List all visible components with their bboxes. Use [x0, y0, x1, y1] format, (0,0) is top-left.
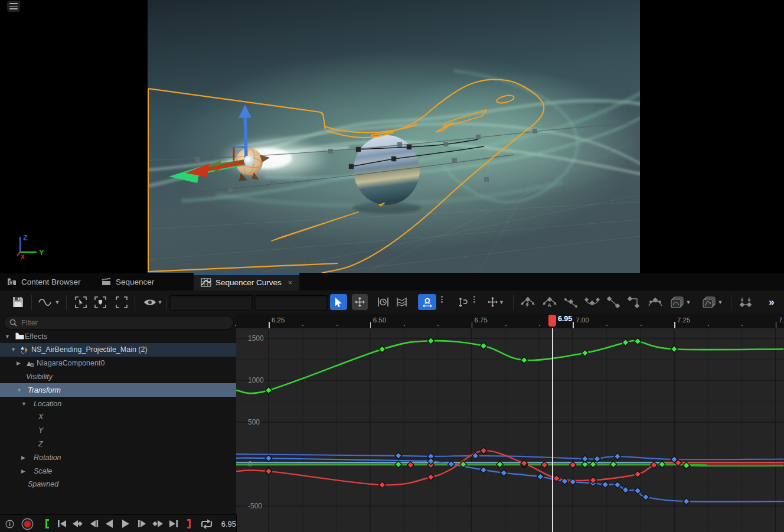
expander-down-icon[interactable]: ▼	[17, 387, 22, 393]
expander-right-icon[interactable]: ▶	[21, 455, 25, 461]
next-key-button[interactable]	[151, 520, 164, 528]
outliner-row-ns-airbending-projectile-main-2[interactable]: ▼NS_AirBending_Projectile_Main (2)	[0, 343, 236, 357]
outliner-row-scale[interactable]: ▶Scale	[0, 464, 236, 478]
value-input[interactable]	[254, 295, 328, 311]
keyframe-location-z[interactable]	[614, 481, 620, 488]
outliner-row-visibility[interactable]: Visibility	[0, 370, 236, 383]
record-button[interactable]	[21, 518, 34, 530]
post-infinity-dropdown[interactable]: ▼	[700, 294, 726, 310]
jump-to-end-button[interactable]	[167, 520, 179, 528]
transform-mode-dropdown[interactable]: ▼	[484, 294, 508, 310]
keyframe-location-y[interactable]	[265, 387, 272, 393]
select-all-keys-button[interactable]	[73, 294, 89, 310]
outliner-filter-input[interactable]: Filter	[4, 316, 234, 329]
playhead-marker[interactable]	[548, 315, 556, 327]
tangent-user-button[interactable]	[583, 294, 602, 310]
expander-down-icon[interactable]: ▼	[11, 347, 16, 353]
frame-selection-button[interactable]	[93, 294, 108, 310]
info-button[interactable]	[4, 520, 15, 528]
transform-tool-button[interactable]	[352, 294, 368, 310]
keyframe-location-z[interactable]	[570, 478, 576, 485]
jump-to-start-button[interactable]	[55, 520, 67, 528]
keyframe-location-y[interactable]	[671, 346, 677, 353]
keyframe-location-y[interactable]	[521, 357, 527, 363]
loop-mode-button[interactable]	[199, 519, 213, 529]
step-forward-button[interactable]	[136, 520, 148, 528]
outliner-row-effects[interactable]: ▼Effects	[0, 329, 236, 343]
snap-time-options-dots[interactable]	[441, 296, 443, 303]
expander-down-icon[interactable]: ▼	[21, 401, 27, 407]
keyframe-location-z[interactable]	[480, 466, 486, 473]
outliner-row-transform[interactable]: ▼Transform	[0, 383, 236, 397]
keyframe-location-x[interactable]	[379, 482, 386, 488]
play-forward-button[interactable]	[120, 519, 132, 528]
keyframe-location-x[interactable]	[480, 448, 486, 454]
curve-view-options-button[interactable]: ▼	[37, 294, 61, 310]
snap-value-toggle[interactable]	[453, 294, 471, 310]
keyframe-location-x[interactable]	[427, 474, 434, 480]
keyframe-location-z[interactable]	[602, 481, 609, 488]
set-playback-start-button[interactable]	[44, 518, 51, 529]
outliner-row-niagaracomponent0[interactable]: ▶NiagaraComponent0	[0, 357, 236, 370]
toolbar-overflow-button[interactable]: »	[763, 294, 780, 310]
outliner-row-y[interactable]: Y	[0, 424, 236, 438]
keyframe-location-z[interactable]	[683, 498, 690, 505]
keyframe-rotation-z[interactable]	[395, 452, 401, 459]
time-ruler[interactable]: 6.256.506.757.007.257.5	[236, 314, 784, 329]
save-button[interactable]	[9, 294, 26, 310]
outliner-row-rotation[interactable]: ▶Rotation	[0, 451, 236, 464]
keyframe-location-z[interactable]	[265, 455, 272, 461]
snap-time-toggle[interactable]: Ω	[418, 294, 436, 310]
curve-location-y[interactable]	[236, 341, 784, 393]
keyframe-location-z[interactable]	[642, 494, 649, 500]
tangent-linear-button[interactable]	[605, 294, 622, 310]
tangent-broken-button[interactable]	[562, 294, 580, 310]
3d-viewport[interactable]: Z Y X	[0, 0, 784, 273]
keyframe-location-x[interactable]	[635, 471, 641, 477]
keyframe-rotation-z[interactable]	[594, 455, 600, 462]
keyframe-location-z[interactable]	[501, 469, 507, 476]
outliner-row-location[interactable]: ▼Location	[0, 397, 236, 410]
frame-all-button[interactable]	[114, 294, 129, 310]
select-tool-button[interactable]	[330, 294, 347, 310]
keyframe-rotation-z[interactable]	[614, 453, 620, 459]
tab-close-icon[interactable]: ×	[288, 278, 293, 287]
keyframe-location-y[interactable]	[635, 338, 641, 344]
current-time-display[interactable]: 6.95	[221, 520, 236, 528]
tab-content-browser[interactable]: Content Browser	[0, 273, 88, 291]
keyframe-location-y[interactable]	[622, 339, 629, 345]
flatten-keys-button[interactable]	[737, 294, 754, 310]
tangent-weighted-button[interactable]	[646, 294, 665, 310]
tab-sequencer-curves[interactable]: Sequencer Curves ×	[194, 273, 299, 291]
expander-down-icon[interactable]: ▼	[5, 334, 10, 340]
visibility-options-button[interactable]: ▼	[141, 294, 165, 310]
keyframe-location-x[interactable]	[265, 468, 272, 474]
play-reverse-button[interactable]	[103, 519, 115, 528]
expander-right-icon[interactable]: ▶	[17, 360, 21, 366]
set-playback-end-button[interactable]	[185, 518, 193, 529]
curve-graph[interactable]	[236, 328, 784, 532]
tangent-constant-button[interactable]	[625, 294, 643, 310]
step-back-button[interactable]	[88, 520, 100, 528]
expander-right-icon[interactable]: ▶	[21, 468, 25, 474]
keyframe-location-y[interactable]	[379, 346, 386, 353]
outliner-row-x[interactable]: X	[0, 410, 236, 424]
keyframe-location-y[interactable]	[480, 342, 486, 349]
outliner-row-spawned[interactable]: Spawned	[0, 478, 236, 491]
snap-value-options-dots[interactable]	[473, 296, 475, 303]
tangent-cubic-auto-button[interactable]: A	[540, 294, 559, 310]
keyframe-rotation-z[interactable]	[582, 455, 588, 462]
outliner-row-z[interactable]: Z	[0, 437, 236, 451]
keyframe-location-y[interactable]	[582, 350, 588, 356]
viewport-menu-button[interactable]	[7, 1, 20, 12]
tab-sequencer[interactable]: Sequencer	[94, 273, 161, 291]
keyframe-location-z[interactable]	[537, 474, 544, 480]
tangent-cubic-smart-auto-button[interactable]	[518, 294, 537, 310]
previous-key-button[interactable]	[71, 520, 84, 528]
multi-select-tool-button[interactable]	[394, 294, 410, 310]
playhead-line[interactable]	[552, 328, 553, 532]
keyframe-location-z[interactable]	[622, 487, 629, 493]
pre-infinity-dropdown[interactable]: ▼	[668, 294, 694, 310]
retime-tool-button[interactable]	[375, 294, 391, 310]
curve-filter-input[interactable]	[169, 295, 253, 311]
